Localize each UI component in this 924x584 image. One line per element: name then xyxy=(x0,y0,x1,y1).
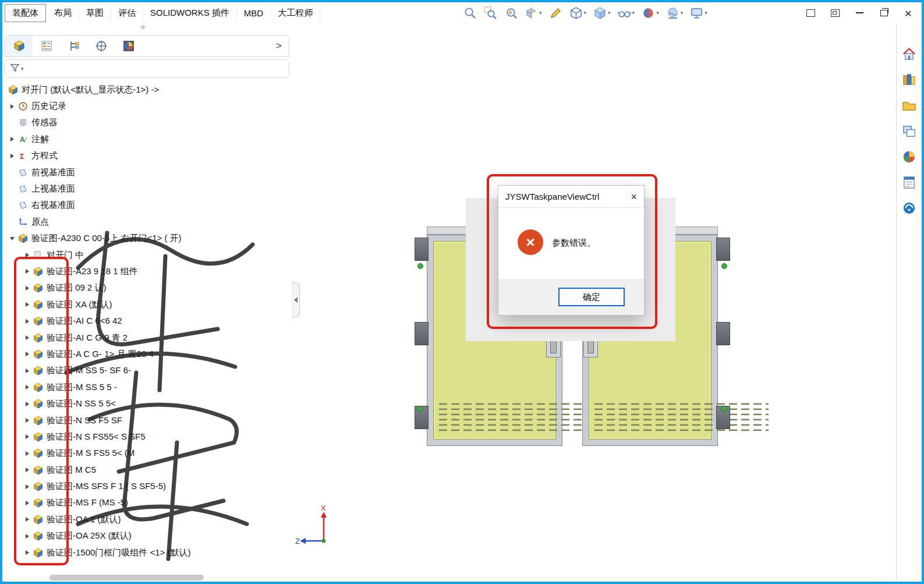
panel-tab-configurationmanager[interactable] xyxy=(60,36,87,56)
expand-arrow-icon[interactable] xyxy=(22,369,32,373)
zoom-area-button[interactable] xyxy=(484,6,497,20)
view-palette-icon[interactable] xyxy=(901,123,917,141)
restore-icon[interactable] xyxy=(879,8,889,18)
expand-arrow-icon[interactable] xyxy=(22,319,32,324)
tree-item[interactable]: 原点 xyxy=(2,214,292,230)
tree-item[interactable]: 验证图 XA (默认) xyxy=(2,296,292,313)
tree-item[interactable]: 验证图-A230 C 00-3上 右开门<1> ( 开) xyxy=(2,231,292,247)
expand-arrow-icon[interactable] xyxy=(22,550,32,555)
tree-item[interactable]: 验证图-MS SFS F 1 ( S SF5-5) xyxy=(2,478,292,494)
tree-item[interactable]: 验证图-M SS 5- SF 6- xyxy=(2,363,292,379)
tree-item[interactable]: 验证图-A C G- 1> 月 置20 4 xyxy=(2,346,292,362)
menu-tab[interactable]: 布局 xyxy=(47,5,79,22)
panel-collapse-handle[interactable] xyxy=(292,282,300,317)
expand-arrow-icon[interactable] xyxy=(7,137,17,141)
custom-properties-icon[interactable] xyxy=(901,175,917,193)
expand-arrow-icon[interactable] xyxy=(22,302,32,307)
expand-arrow-icon[interactable] xyxy=(7,154,17,158)
close-icon[interactable]: × xyxy=(903,8,914,18)
dropdown-caret[interactable]: ▾ xyxy=(656,10,659,16)
expand-arrow-icon[interactable] xyxy=(22,418,32,423)
tree-item[interactable]: 验证图-MS F (MS -5) xyxy=(2,495,292,511)
menu-tab[interactable]: 大工程师 xyxy=(271,5,320,22)
tree-item[interactable]: Σ方程式 xyxy=(2,148,292,164)
tree-item[interactable]: 验证图-M SS 5 5 - xyxy=(2,379,292,395)
panel-tab-featuremanager[interactable] xyxy=(5,36,33,56)
hide-show-items-button[interactable]: ▾ xyxy=(618,6,635,20)
expand-arrow-icon[interactable] xyxy=(22,286,32,291)
menu-tab[interactable]: 装配体 xyxy=(5,4,46,22)
panel-tab-dimxpert[interactable] xyxy=(87,36,115,56)
tree-item[interactable]: 对开门 中 xyxy=(2,247,292,263)
tree-item[interactable]: 验证图-N SS F5 SF xyxy=(2,412,292,429)
dialog-titlebar[interactable]: JYSWTaskpaneViewCtrl × xyxy=(498,186,644,208)
display-style-button[interactable]: ▾ xyxy=(593,6,611,20)
tree-item[interactable]: 对开门 (默认<默认_显示状态-1>) -> xyxy=(2,82,292,98)
panel-tab-displaymanager[interactable] xyxy=(115,36,142,56)
dropdown-caret[interactable]: ▾ xyxy=(584,10,587,16)
expand-arrow-icon[interactable] xyxy=(22,501,32,505)
tree-item[interactable]: 验证图-N SS 5 5< xyxy=(2,395,292,412)
forum-icon[interactable] xyxy=(901,200,917,218)
tree-item[interactable]: 验证图-N S FS55< S SF5 xyxy=(2,429,292,445)
tree-item[interactable]: 验证图-AI C G 9 青 2 xyxy=(2,330,292,346)
dialog-close-icon[interactable]: × xyxy=(631,192,637,202)
expand-arrow-icon[interactable] xyxy=(22,451,32,456)
dropdown-caret[interactable]: ▾ xyxy=(608,10,611,16)
filter-dropdown-caret[interactable]: ▾ xyxy=(21,66,24,72)
select-window-icon[interactable] xyxy=(805,8,816,18)
dropdown-caret[interactable]: ▾ xyxy=(681,10,684,16)
tree-item[interactable]: 右视基准面 xyxy=(2,197,292,214)
dropdown-caret[interactable]: ▾ xyxy=(632,10,635,16)
section-view-button[interactable]: ▾ xyxy=(525,6,542,20)
expand-arrow-icon[interactable] xyxy=(7,237,17,240)
tree-item[interactable]: 验证图-A23 9 18 1 组件 xyxy=(2,263,292,279)
expand-arrow-icon[interactable] xyxy=(22,434,32,439)
expand-arrow-icon[interactable] xyxy=(22,517,32,522)
home-icon[interactable] xyxy=(901,47,917,65)
minimize-icon[interactable] xyxy=(854,8,865,18)
tree-horizontal-scrollbar[interactable] xyxy=(49,575,204,581)
expand-arrow-icon[interactable] xyxy=(22,335,32,340)
appearances-icon[interactable] xyxy=(901,149,917,167)
switch-display-icon[interactable] xyxy=(830,8,840,18)
menu-tab[interactable]: 草图 xyxy=(79,5,111,22)
tree-item[interactable]: 验证图-1500门框门吸组件 <1> (默认) xyxy=(2,544,292,561)
expand-arrow-icon[interactable] xyxy=(22,385,32,390)
graphics-viewport[interactable]: JYSWTaskpaneViewCtrl × × 参数错误。 确定 X Z xyxy=(292,23,897,582)
panel-expand-chevron[interactable]: > xyxy=(276,40,289,52)
menu-tab[interactable]: SOLIDWORKS 插件 xyxy=(143,5,237,22)
tree-item[interactable]: 传感器 xyxy=(2,115,292,131)
dropdown-caret[interactable]: ▾ xyxy=(704,10,707,16)
tree-item[interactable]: 历史记录 xyxy=(2,98,292,114)
ok-button[interactable]: 确定 xyxy=(558,288,625,306)
tree-item[interactable]: 验证图-OA 25X (默认) xyxy=(2,528,292,544)
view-orientation-button[interactable]: ▾ xyxy=(569,6,587,20)
previous-view-button[interactable] xyxy=(504,6,518,20)
dropdown-caret[interactable]: ▾ xyxy=(539,10,542,16)
tree-item[interactable]: 验证图-OA 1 (默认) xyxy=(2,511,292,528)
expand-arrow-icon[interactable] xyxy=(22,534,32,539)
expand-arrow-icon[interactable] xyxy=(22,402,32,406)
menu-tab[interactable]: 评估 xyxy=(111,5,143,22)
zoom-fit-button[interactable] xyxy=(463,6,477,20)
file-explorer-icon[interactable] xyxy=(901,98,917,116)
tree-item[interactable]: 验证图-AI C 6<6 42 xyxy=(2,313,292,329)
panel-tab-propertymanager[interactable] xyxy=(33,36,60,56)
expand-arrow-icon[interactable] xyxy=(22,352,32,356)
tree-item[interactable]: 验证图-M S FS5 5< (M xyxy=(2,445,292,462)
dynamic-annotation-button[interactable] xyxy=(549,6,562,20)
tree-item[interactable]: 前视基准面 xyxy=(2,164,292,180)
expand-arrow-icon[interactable] xyxy=(22,468,32,472)
expand-arrow-icon[interactable] xyxy=(7,104,17,109)
edit-appearance-button[interactable]: ▾ xyxy=(642,6,659,20)
tree-item[interactable]: A注解 xyxy=(2,131,292,147)
filter-funnel-icon[interactable] xyxy=(10,63,20,75)
expand-arrow-icon[interactable] xyxy=(22,484,32,489)
design-library-icon[interactable] xyxy=(901,72,917,90)
expand-arrow-icon[interactable] xyxy=(22,269,32,274)
panel-grip[interactable] xyxy=(141,25,145,29)
view-settings-button[interactable]: ▾ xyxy=(690,6,707,20)
apply-scene-button[interactable]: ▾ xyxy=(666,6,684,20)
tree-item[interactable]: 上视基准面 xyxy=(2,180,292,197)
